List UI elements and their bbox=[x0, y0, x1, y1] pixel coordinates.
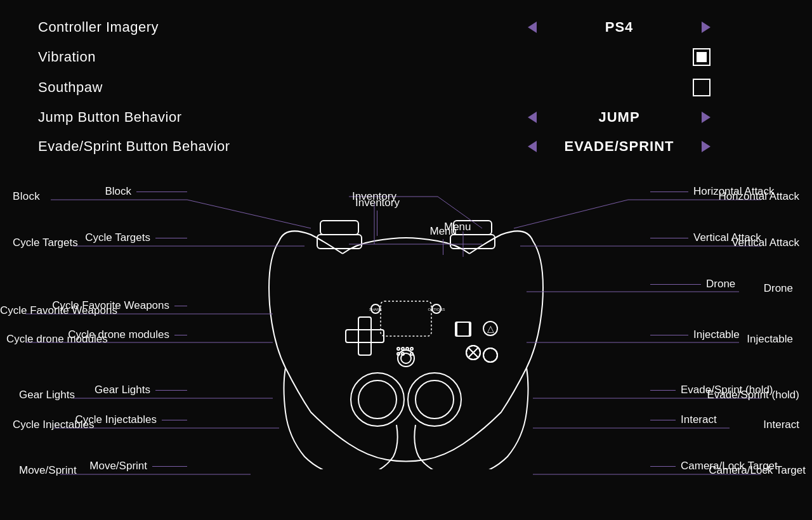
controller-imagery-left-arrow[interactable] bbox=[528, 22, 537, 33]
controller-imagery-control: PS4 bbox=[528, 19, 710, 36]
injectable-label-row: Injectable bbox=[650, 328, 740, 341]
vibration-label: Vibration bbox=[38, 49, 292, 65]
horizontal-attack-label: Horizontal Attack bbox=[693, 185, 775, 198]
cycle-drone-modules-label-row: Cycle drone modules bbox=[68, 328, 187, 341]
camera-lock-target-label-row: Camera/Lock Target bbox=[650, 460, 778, 472]
move-sprint-label: Move/Sprint bbox=[89, 460, 147, 472]
southpaw-checkbox-container bbox=[693, 79, 710, 96]
vibration-row: Vibration bbox=[38, 42, 774, 72]
injectable-line bbox=[650, 335, 688, 335]
svg-point-32 bbox=[406, 348, 409, 350]
gear-lights-label: Gear Lights bbox=[95, 384, 150, 396]
cycle-favorite-weapons-label-row: Cycle Favorite Weapons bbox=[52, 299, 187, 312]
menu-label: Menu bbox=[429, 225, 457, 237]
cycle-injectables-line bbox=[162, 420, 187, 420]
svg-rect-3 bbox=[454, 221, 492, 235]
svg-text:SHARE: SHARE bbox=[369, 308, 383, 311]
camera-lock-target-label: Camera/Lock Target bbox=[681, 460, 778, 472]
horizontal-attack-line bbox=[650, 192, 688, 192]
controller-imagery-label: Controller Imagery bbox=[38, 19, 292, 36]
evade-sprint-hold-label-row: Evade/Sprint (hold) bbox=[650, 384, 773, 396]
controller-imagery-right-arrow[interactable] bbox=[702, 22, 710, 33]
svg-text:OPTIONS: OPTIONS bbox=[428, 308, 445, 311]
cycle-injectables-label: Cycle Injectables bbox=[75, 413, 157, 426]
evade-sprint-hold-label: Evade/Sprint (hold) bbox=[681, 384, 773, 396]
injectable-label: Injectable bbox=[693, 328, 740, 341]
svg-rect-18 bbox=[455, 322, 469, 336]
svg-rect-5 bbox=[346, 330, 384, 342]
controller-diagram: △ SHARE OPTIONS bbox=[0, 171, 812, 520]
vibration-checkbox[interactable] bbox=[693, 48, 710, 66]
svg-rect-11 bbox=[457, 322, 471, 336]
svg-point-7 bbox=[358, 380, 396, 419]
svg-point-9 bbox=[416, 380, 454, 419]
southpaw-row: Southpaw bbox=[38, 72, 774, 103]
cycle-injectables-label-row: Cycle Injectables bbox=[75, 413, 187, 426]
cycle-favorite-weapons-line bbox=[174, 306, 187, 306]
settings-area: Controller Imagery PS4 Vibration Southpa… bbox=[38, 13, 774, 161]
jump-button-value: JUMP bbox=[556, 109, 683, 126]
controller-imagery-value: PS4 bbox=[556, 19, 683, 36]
jump-button-right-arrow[interactable] bbox=[702, 112, 710, 123]
svg-point-33 bbox=[410, 348, 413, 350]
svg-rect-4 bbox=[358, 317, 371, 355]
interact-label-row: Interact bbox=[650, 413, 717, 426]
vertical-attack-line bbox=[650, 238, 688, 238]
svg-point-36 bbox=[410, 353, 413, 355]
cycle-drone-modules-label: Cycle drone modules bbox=[68, 328, 169, 341]
southpaw-label: Southpaw bbox=[38, 79, 292, 96]
evade-sprint-right-arrow[interactable] bbox=[702, 141, 710, 152]
evade-sprint-label: Evade/Sprint Button Behavior bbox=[38, 138, 292, 155]
evade-sprint-value: EVADE/SPRINT bbox=[556, 138, 683, 155]
svg-line-37 bbox=[438, 197, 482, 228]
drone-label: Drone bbox=[706, 278, 735, 290]
move-sprint-label-row: Move/Sprint bbox=[89, 460, 187, 472]
cycle-targets-label-row: Cycle Targets bbox=[85, 231, 187, 244]
jump-button-label: Jump Button Behavior bbox=[38, 109, 292, 126]
interact-line bbox=[650, 420, 676, 420]
vertical-attack-label: Vertical Attack bbox=[693, 231, 761, 244]
jump-button-left-arrow[interactable] bbox=[528, 112, 537, 123]
gear-lights-line bbox=[155, 390, 187, 391]
menu-vert-line bbox=[443, 239, 443, 255]
block-line bbox=[136, 192, 187, 192]
cycle-drone-modules-line bbox=[174, 335, 187, 335]
interact-label: Interact bbox=[681, 413, 717, 426]
evade-sprint-left-arrow[interactable] bbox=[528, 141, 537, 152]
vertical-attack-label-row: Vertical Attack bbox=[650, 231, 761, 244]
controller-imagery-row: Controller Imagery PS4 bbox=[38, 13, 774, 42]
jump-button-row: Jump Button Behavior JUMP bbox=[38, 103, 774, 132]
svg-point-19 bbox=[483, 348, 497, 362]
vibration-checkbox-container bbox=[693, 48, 710, 66]
inventory-vert-line bbox=[377, 211, 377, 236]
evade-sprint-hold-line bbox=[650, 390, 676, 391]
block-label: Block bbox=[105, 185, 131, 198]
cycle-targets-label: Cycle Targets bbox=[85, 231, 150, 244]
svg-text:△: △ bbox=[487, 323, 494, 334]
horizontal-attack-label-row: Horizontal Attack bbox=[650, 185, 775, 198]
evade-sprint-row: Evade/Sprint Button Behavior EVADE/SPRIN… bbox=[38, 132, 774, 161]
jump-button-control: JUMP bbox=[528, 109, 710, 126]
svg-point-30 bbox=[397, 348, 400, 350]
inventory-label-row: Inventory bbox=[355, 197, 400, 236]
evade-sprint-control: EVADE/SPRINT bbox=[528, 138, 710, 155]
svg-point-31 bbox=[402, 348, 404, 350]
drone-label-row: Drone bbox=[650, 278, 735, 290]
menu-label-row: Menu bbox=[429, 225, 457, 255]
cycle-favorite-weapons-label: Cycle Favorite Weapons bbox=[52, 299, 169, 312]
move-sprint-line bbox=[152, 466, 187, 467]
svg-rect-1 bbox=[320, 221, 358, 235]
gear-lights-label-row: Gear Lights bbox=[95, 384, 187, 396]
camera-lock-target-line bbox=[650, 466, 676, 467]
svg-rect-23 bbox=[381, 301, 431, 336]
inventory-label: Inventory bbox=[355, 197, 400, 209]
cycle-targets-line bbox=[155, 238, 187, 238]
drone-line bbox=[650, 284, 701, 285]
southpaw-checkbox[interactable] bbox=[693, 79, 710, 96]
controller-image: △ SHARE OPTIONS bbox=[247, 178, 565, 469]
block-label-row: Block bbox=[105, 185, 187, 198]
